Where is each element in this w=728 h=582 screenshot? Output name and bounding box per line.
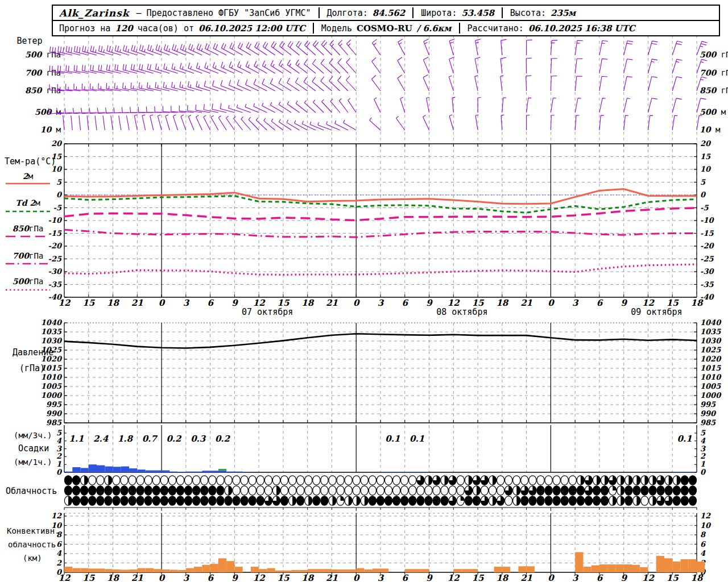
svg-text:(мм/3ч.): (мм/3ч.) — [14, 431, 52, 440]
svg-text:995: 995 — [700, 400, 716, 409]
precip-bar — [689, 472, 697, 472]
convective-bar — [137, 568, 145, 572]
svg-text:1035: 1035 — [700, 327, 721, 336]
calc-label: Рассчитано: — [468, 23, 524, 34]
convective-bar — [470, 569, 478, 572]
convective-bar — [113, 569, 121, 572]
svg-text:-5: -5 — [53, 203, 62, 212]
precip-bar — [226, 472, 234, 472]
temperature-legend: 2мTd 2м850гПа700гПа500гПа — [6, 172, 50, 290]
cloud-row-1 — [64, 476, 696, 485]
convective-bar — [129, 569, 137, 572]
longitude-value: 84.562 — [373, 8, 405, 18]
svg-text:9: 9 — [426, 298, 433, 308]
convective-bar — [316, 569, 324, 572]
meteogram-chart: Ветер500 гПа500 гПа700 гПа700 гПа850 гПа… — [0, 0, 728, 582]
svg-text:Осадки: Осадки — [18, 443, 49, 454]
svg-text:0.1: 0.1 — [385, 434, 400, 444]
convective-bar — [607, 564, 615, 572]
convective-bar — [664, 558, 672, 572]
convective-bar — [453, 569, 461, 572]
svg-text:850 гПа: 850 гПа — [700, 86, 728, 95]
svg-text:850гПа: 850гПа — [13, 224, 44, 233]
precip-bar — [243, 472, 251, 472]
svg-text:-35: -35 — [48, 280, 62, 289]
longitude-label: Долгота: — [327, 8, 368, 18]
precip-bar — [89, 464, 97, 472]
svg-text:18: 18 — [691, 573, 704, 582]
convective-bar — [308, 569, 316, 572]
svg-text:3: 3 — [572, 573, 579, 582]
svg-text:-35: -35 — [700, 280, 714, 289]
svg-text:21: 21 — [326, 573, 338, 582]
svg-text:Тем-ра(°C): Тем-ра(°C) — [5, 156, 56, 167]
svg-text:(км): (км) — [23, 554, 42, 563]
svg-text:2: 2 — [700, 452, 706, 460]
header-line2: Прогноз на 120 часа(ов) от 06.10.2025 12… — [53, 21, 719, 35]
svg-text:15: 15 — [82, 573, 95, 582]
separator — [412, 7, 413, 18]
svg-text:0.2: 0.2 — [215, 434, 231, 444]
convective-bar — [405, 569, 413, 572]
svg-text:-20: -20 — [700, 242, 714, 250]
convective-bar — [380, 568, 388, 572]
svg-text:0: 0 — [159, 573, 166, 582]
svg-text:0: 0 — [353, 298, 360, 308]
svg-text:3: 3 — [183, 298, 190, 308]
forecast-hours: 120 — [115, 23, 133, 34]
convective-bar — [421, 569, 429, 572]
convective-bar — [299, 570, 307, 572]
convective-bar — [251, 567, 259, 572]
svg-text:10 м: 10 м — [700, 125, 721, 134]
convective-bar — [624, 564, 632, 572]
precip-bar — [186, 472, 194, 472]
wind-level-500гПа: 500 гПа500 гПа — [25, 39, 728, 59]
svg-text:1.1: 1.1 — [69, 434, 84, 444]
svg-text:1: 1 — [56, 460, 61, 468]
precip-bar — [234, 472, 242, 472]
convective-bar — [226, 561, 234, 572]
convective-bar — [259, 569, 267, 572]
latitude-value: 53.458 — [461, 8, 494, 18]
svg-text:3: 3 — [378, 298, 384, 308]
svg-text:500 гПа: 500 гПа — [25, 50, 61, 59]
svg-text:12: 12 — [642, 573, 655, 582]
svg-text:0.2: 0.2 — [166, 434, 182, 444]
precip-bar — [121, 467, 129, 472]
svg-text:1030: 1030 — [41, 336, 63, 345]
convective-bar — [340, 569, 348, 572]
svg-text:0: 0 — [548, 573, 555, 582]
svg-text:9: 9 — [231, 298, 238, 308]
separator — [313, 23, 314, 34]
svg-text:08 октября: 08 октября — [436, 307, 487, 317]
convective-bar — [656, 556, 664, 572]
svg-text:500гПа: 500гПа — [13, 277, 44, 286]
svg-text:2: 2 — [56, 559, 62, 567]
precip-bar — [137, 469, 145, 472]
altitude-value: 235м — [551, 8, 576, 18]
svg-text:Облачность: Облачность — [6, 486, 57, 496]
convective-bar — [689, 559, 697, 572]
svg-text:18: 18 — [496, 573, 508, 582]
svg-text:12: 12 — [253, 573, 266, 582]
precip-bar — [72, 467, 80, 472]
x-axis-labels-bottom: 1215182103691215182103691215182103691215… — [59, 573, 704, 582]
svg-text:-15: -15 — [48, 229, 62, 238]
convective-bar — [615, 564, 623, 572]
svg-text:Ветер: Ветер — [16, 36, 42, 46]
svg-text:4: 4 — [700, 549, 706, 558]
svg-text:6: 6 — [207, 573, 214, 582]
svg-text:15: 15 — [472, 573, 485, 582]
forecast-label2: часа(ов) от — [138, 23, 194, 34]
svg-text:12: 12 — [59, 573, 71, 582]
convective-bar — [162, 569, 169, 572]
convective-bar — [72, 568, 80, 572]
convective-bar — [218, 558, 226, 572]
svg-text:-30: -30 — [48, 267, 63, 276]
svg-text:0: 0 — [700, 190, 706, 199]
convective-bar — [365, 569, 373, 572]
svg-text:1040: 1040 — [41, 318, 63, 327]
svg-text:18: 18 — [301, 573, 314, 582]
convective-bar — [146, 568, 154, 572]
svg-text:15: 15 — [700, 152, 711, 161]
